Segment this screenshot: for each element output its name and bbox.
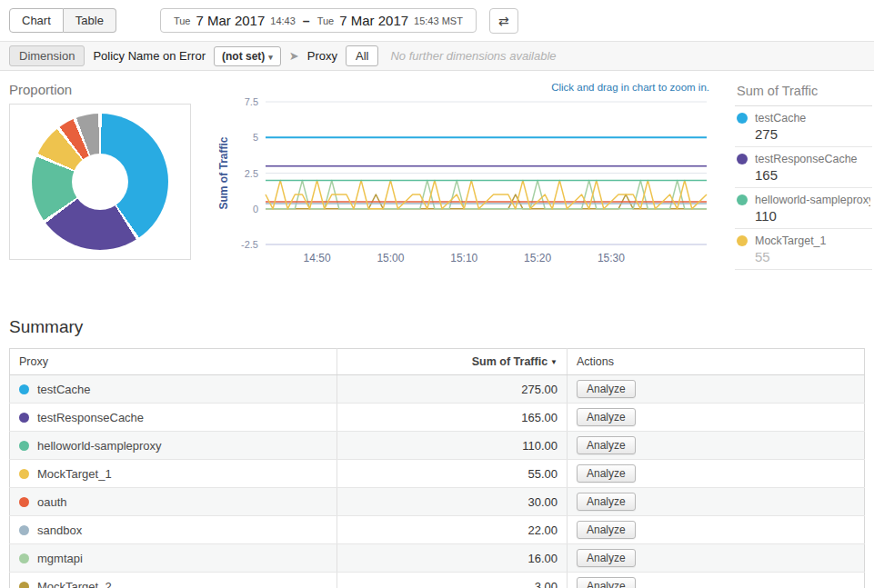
legend-proxy-name: testCache (755, 112, 806, 125)
line-chart[interactable]: -2.502.557.514:5015:0015:1015:2015:30Sum… (211, 95, 716, 272)
proxy-name: testCache (37, 383, 91, 396)
summary-section: Summary Proxy Sum of Traffic▼ Actions te… (0, 317, 874, 588)
table-row: oauth 30.00 Analyze (10, 488, 865, 516)
analyze-button[interactable]: Analyze (577, 521, 636, 539)
proxy-color-dot (19, 413, 29, 423)
proxy-color-dot (19, 553, 29, 563)
legend-traffic-value: 275 (755, 126, 870, 142)
analyze-button[interactable]: Analyze (577, 380, 636, 398)
start-day: Tue (174, 15, 191, 26)
proxy-color-dot (19, 469, 29, 479)
refresh-button[interactable]: ⇄ (489, 8, 518, 34)
proxy-color-dot (19, 525, 29, 535)
svg-text:15:30: 15:30 (598, 252, 625, 264)
line-chart-panel: Click and drag in chart to zoom in. -2.5… (211, 82, 720, 275)
analyze-button[interactable]: Analyze (577, 408, 636, 426)
table-row: helloworld-sampleproxy 110.00 Analyze (10, 432, 865, 460)
traffic-value: 275.00 (337, 375, 568, 404)
proxy-color-dot (19, 582, 29, 588)
proportion-panel: Proportion (9, 82, 191, 260)
proxy-value-button[interactable]: All (346, 45, 378, 66)
legend-item[interactable]: MockTarget_1 55 (735, 229, 872, 270)
legend-traffic-value: 55 (755, 249, 870, 264)
end-date: 7 Mar 2017 (339, 13, 408, 28)
analyze-button[interactable]: Analyze (577, 436, 636, 454)
svg-text:14:50: 14:50 (304, 252, 331, 264)
svg-text:15:00: 15:00 (377, 252, 404, 264)
end-time: 15:43 MST (414, 15, 463, 26)
proxy-name: sandbox (37, 523, 82, 537)
svg-text:15:20: 15:20 (524, 252, 551, 264)
traffic-value: 22.00 (337, 516, 568, 544)
proxy-name: MockTarget_1 (37, 467, 112, 481)
proxy-name: testResponseCache (37, 411, 144, 424)
table-row: sandbox 22.00 Analyze (10, 516, 865, 544)
chevron-down-icon: ▾ (268, 53, 273, 62)
analyze-button[interactable]: Analyze (577, 493, 636, 511)
summary-table: Proxy Sum of Traffic▼ Actions testCache … (9, 348, 865, 588)
svg-text:15:10: 15:10 (450, 252, 477, 264)
svg-text:2.5: 2.5 (245, 168, 258, 179)
chart-tab[interactable]: Chart (9, 8, 64, 33)
traffic-value: 3.00 (337, 573, 568, 588)
legend-proxy-name: helloworld-sampleproxy (755, 194, 870, 206)
traffic-value: 16.00 (337, 544, 568, 573)
column-header-proxy[interactable]: Proxy (10, 349, 337, 375)
donut-chart[interactable] (32, 114, 168, 250)
proxy-color-dot (19, 497, 29, 507)
traffic-value: 30.00 (337, 488, 568, 516)
traffic-value: 110.00 (337, 432, 568, 460)
top-toolbar: Chart Table Tue 7 Mar 2017 14:43 – Tue 7… (0, 0, 874, 41)
policy-value-dropdown[interactable]: (not set)▾ (214, 46, 281, 66)
dimension-button[interactable]: Dimension (9, 45, 85, 66)
legend-color-dot (737, 235, 748, 246)
legend-item[interactable]: testCache 275 (735, 106, 872, 147)
donut-chart-panel (9, 104, 191, 260)
date-range-picker[interactable]: Tue 7 Mar 2017 14:43 – Tue 7 Mar 2017 15… (160, 8, 477, 33)
table-tab[interactable]: Table (64, 8, 116, 33)
legend-color-dot (737, 113, 748, 124)
proxy-color-dot (19, 441, 29, 451)
svg-text:0: 0 (253, 204, 258, 214)
analyze-button[interactable]: Analyze (577, 464, 636, 483)
charts-row: Proportion Click and drag in chart to zo… (0, 71, 874, 275)
legend-title: Sum of Traffic (735, 82, 872, 106)
donut-hole (72, 154, 128, 210)
legend-item[interactable]: helloworld-sampleproxy 110 (735, 188, 872, 229)
legend-panel: Sum of Traffic testCache 275 testRespons… (735, 82, 874, 270)
svg-text:5: 5 (253, 132, 258, 143)
view-toggle: Chart Table (9, 8, 116, 33)
zoom-hint-text: Click and drag in chart to zoom in. (211, 82, 720, 93)
drilldown-arrow-icon: ➤ (289, 49, 299, 63)
svg-text:-2.5: -2.5 (241, 239, 258, 250)
table-row: MockTarget_1 55.00 Analyze (10, 460, 865, 488)
date-range-dash: – (301, 14, 312, 28)
sort-caret-icon: ▼ (550, 358, 558, 366)
svg-text:Sum of Traffic: Sum of Traffic (217, 136, 230, 209)
analyze-button[interactable]: Analyze (577, 549, 636, 567)
traffic-value: 165.00 (337, 404, 568, 432)
legend-traffic-value: 110 (755, 208, 870, 224)
start-time: 14:43 (270, 15, 296, 26)
column-header-traffic[interactable]: Sum of Traffic▼ (337, 349, 568, 375)
table-row: testCache 275.00 Analyze (10, 375, 865, 404)
proxy-name: mgmtapi (37, 552, 83, 565)
table-row: MockTarget_2 3.00 Analyze (10, 573, 865, 588)
refresh-icon: ⇄ (498, 14, 509, 28)
legend-proxy-name: testResponseCache (755, 153, 858, 165)
analyze-button[interactable]: Analyze (577, 577, 636, 588)
legend-traffic-value: 165 (755, 167, 870, 183)
legend-proxy-name: MockTarget_1 (755, 234, 827, 247)
policy-dimension-label: Policy Name on Error (93, 49, 206, 63)
dimension-bar: Dimension Policy Name on Error (not set)… (0, 41, 874, 71)
proxy-dimension-label: Proxy (307, 49, 337, 63)
start-date: 7 Mar 2017 (196, 13, 265, 28)
proxy-name: MockTarget_2 (37, 580, 112, 588)
column-header-actions: Actions (568, 349, 865, 375)
svg-text:7.5: 7.5 (245, 96, 258, 107)
end-day: Tue (317, 15, 335, 26)
legend-color-dot (737, 154, 748, 164)
legend-item[interactable]: testResponseCache 165 (735, 147, 872, 188)
table-row: testResponseCache 165.00 Analyze (10, 404, 865, 432)
proxy-color-dot (19, 384, 29, 394)
